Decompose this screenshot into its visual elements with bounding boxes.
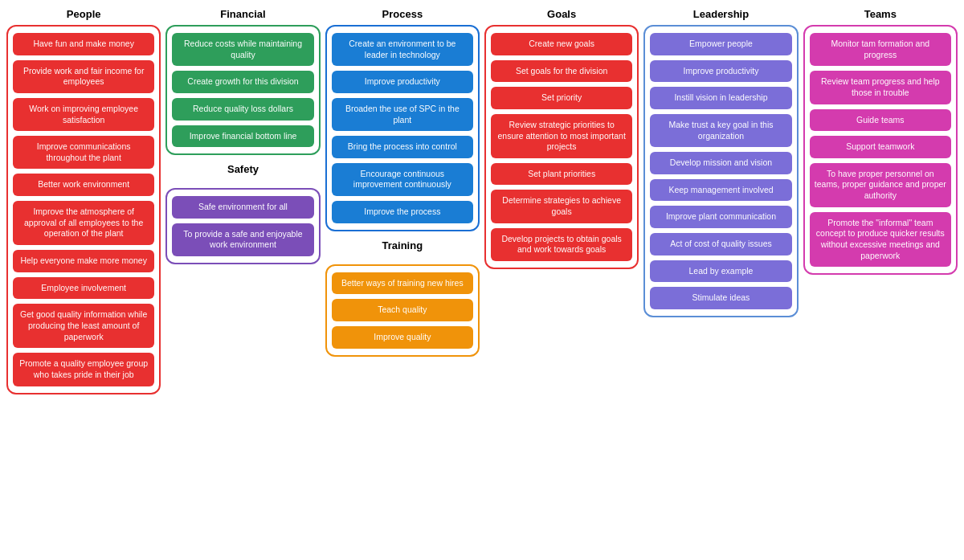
safety-title: Safety <box>227 163 259 175</box>
training-group: Better ways of training new hires Teach … <box>325 264 480 357</box>
people-column: People Have fun and make money Provide w… <box>6 8 161 394</box>
list-item: Set plant priorities <box>491 163 632 186</box>
list-item: Create new goals <box>491 33 632 55</box>
list-item: Develop mission and vision <box>650 152 791 174</box>
list-item: Improve productivity <box>332 71 473 93</box>
people-title: People <box>67 8 101 20</box>
list-item: Improve the process <box>332 201 473 223</box>
list-item: Promote a quality employee group who tak… <box>13 353 154 386</box>
people-group: Have fun and make money Provide work and… <box>6 25 161 394</box>
list-item: Improve plant communication <box>650 206 791 228</box>
list-item: To have proper personnel on teams, prope… <box>810 163 951 207</box>
teams-group: Monitor tam formation and progress Revie… <box>803 25 958 275</box>
goals-column: Goals Create new goals Set goals for the… <box>484 8 639 269</box>
list-item: Provide work and fair income for employe… <box>13 60 154 93</box>
goals-group: Create new goals Set goals for the divis… <box>484 25 639 269</box>
list-item: Monitor tam formation and progress <box>810 33 951 66</box>
process-training-column: Process Create an environment to be lead… <box>325 8 480 357</box>
leadership-title: Leadership <box>693 8 749 20</box>
process-title: Process <box>382 8 423 20</box>
list-item: Work on improving employee satisfaction <box>13 98 154 131</box>
list-item: Broaden the use of SPC in the plant <box>332 98 473 131</box>
list-item: Instill vision in leadership <box>650 87 791 109</box>
list-item: Improve the atmosphere of approval of al… <box>13 201 154 245</box>
list-item: Improve financial bottom line <box>172 125 313 148</box>
list-item: Help everyone make more money <box>13 250 154 272</box>
list-item: Get good quality information while produ… <box>13 304 154 348</box>
list-item: Empower people <box>650 33 791 55</box>
list-item: Develop projects to obtain goals and wor… <box>491 228 632 261</box>
page-container: People Have fun and make money Provide w… <box>0 0 964 403</box>
list-item: Make trust a key goal in this organizati… <box>650 114 791 147</box>
training-title: Training <box>382 239 423 251</box>
teams-title: Teams <box>864 8 897 20</box>
financial-group: Reduce costs while maintaining quality C… <box>165 25 320 155</box>
leadership-column: Leadership Empower people Improve produc… <box>643 8 798 317</box>
list-item: Act of cost of quality issues <box>650 233 791 255</box>
list-item: Better work environment <box>13 174 154 196</box>
financial-safety-column: Financial Reduce costs while maintaining… <box>165 8 320 264</box>
list-item: Improve productivity <box>650 60 791 83</box>
list-item: Create an environment to be leader in te… <box>332 33 473 66</box>
list-item: Encourage continuous improvement continu… <box>332 163 473 196</box>
list-item: Better ways of training new hires <box>332 272 473 295</box>
list-item: Employee involvement <box>13 277 154 300</box>
list-item: Teach quality <box>332 299 473 321</box>
list-item: Determine strategies to achieve goals <box>491 190 632 223</box>
list-item: Improve communications throughout the pl… <box>13 136 154 169</box>
list-item: Bring the process into control <box>332 136 473 158</box>
list-item: Promote the "informal" team concept to p… <box>810 212 951 268</box>
list-item: Set priority <box>491 87 632 109</box>
list-item: Reduce costs while maintaining quality <box>172 33 313 66</box>
leadership-group: Empower people Improve productivity Inst… <box>643 25 798 317</box>
list-item: To provide a safe and enjoyable work env… <box>172 223 313 256</box>
list-item: Set goals for the division <box>491 60 632 83</box>
list-item: Reduce quality loss dollars <box>172 98 313 121</box>
process-group: Create an environment to be leader in te… <box>325 25 480 231</box>
list-item: Safe environment for all <box>172 196 313 219</box>
safety-group: Safe environment for all To provide a sa… <box>165 188 320 264</box>
financial-title: Financial <box>220 8 265 20</box>
goals-title: Goals <box>547 8 576 20</box>
list-item: Stimulate ideas <box>650 287 791 309</box>
list-item: Have fun and make money <box>13 33 154 55</box>
list-item: Review strategic priorities to ensure at… <box>491 114 632 158</box>
list-item: Create growth for this division <box>172 71 313 93</box>
list-item: Review team progress and help those in t… <box>810 71 951 104</box>
list-item: Support teamwork <box>810 136 951 158</box>
list-item: Guide teams <box>810 109 951 132</box>
list-item: Lead by example <box>650 260 791 283</box>
teams-column: Teams Monitor tam formation and progress… <box>803 8 958 275</box>
list-item: Keep management involved <box>650 179 791 202</box>
list-item: Improve quality <box>332 326 473 349</box>
